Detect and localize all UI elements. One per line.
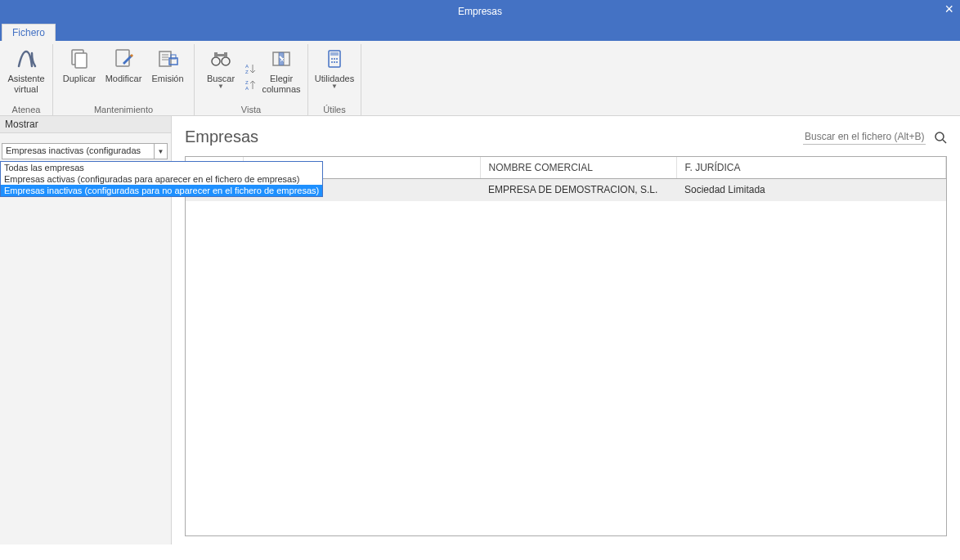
cell-juridica: Sociedad Limitada xyxy=(676,179,946,201)
tab-fichero[interactable]: Fichero xyxy=(2,24,56,41)
svg-point-30 xyxy=(935,132,944,141)
sidebar: Mostrar Empresas inactivas (configuradas… xyxy=(0,116,172,544)
svg-text:A: A xyxy=(245,64,249,69)
duplicar-button[interactable]: Duplicar xyxy=(58,44,101,104)
emision-label: Emisión xyxy=(151,74,183,84)
page-title: Empresas xyxy=(185,128,258,146)
svg-text:Z: Z xyxy=(245,69,249,74)
group-mant-label: Mantenimiento xyxy=(58,104,189,115)
svg-rect-12 xyxy=(224,52,227,57)
group-mantenimiento: Duplicar Modificar Emisión Mantenimiento xyxy=(53,44,195,115)
svg-rect-11 xyxy=(214,52,218,57)
chevron-down-icon[interactable]: ▼ xyxy=(154,144,167,159)
svg-point-25 xyxy=(334,58,335,60)
svg-point-28 xyxy=(334,61,335,63)
sort-stack: AZ ZA xyxy=(244,49,258,104)
emision-icon xyxy=(155,46,181,72)
sort-desc-button[interactable]: ZA xyxy=(244,78,258,92)
modificar-button[interactable]: Modificar xyxy=(102,44,145,104)
close-icon[interactable]: × xyxy=(944,0,953,18)
asistente-virtual-button[interactable]: Asistente virtual xyxy=(5,44,47,104)
svg-point-10 xyxy=(222,57,230,65)
sort-asc-button[interactable]: AZ xyxy=(244,61,258,76)
emision-button[interactable]: Emisión xyxy=(146,44,189,104)
filter-option-active[interactable]: Empresas activas (configuradas para apar… xyxy=(1,173,322,185)
filter-combo[interactable]: Empresas inactivas (configuradas ▼ xyxy=(2,143,168,159)
filter-option-inactive[interactable]: Empresas inactivas (configuradas para no… xyxy=(1,185,322,196)
cell-comercial: EMPRESA DE DEMOSTRACION, S.L. xyxy=(480,179,676,201)
titlebar: Empresas × xyxy=(0,0,960,23)
svg-rect-13 xyxy=(218,54,224,56)
elegir-label: Elegir columnas xyxy=(262,74,301,95)
search-input[interactable] xyxy=(803,129,926,145)
svg-point-24 xyxy=(331,58,333,60)
asistente-label: Asistente virtual xyxy=(7,74,46,95)
data-grid[interactable]: CÓDIGO NOMBRE NOMBRE COMERCIAL F. JURÍDI… xyxy=(185,156,947,536)
window-title: Empresas xyxy=(458,6,502,17)
group-atenea: Asistente virtual Atenea xyxy=(0,44,53,115)
tabstrip: Fichero xyxy=(0,23,960,41)
duplicar-label: Duplicar xyxy=(63,74,96,84)
edit-icon xyxy=(110,46,137,72)
body: Mostrar Empresas inactivas (configuradas… xyxy=(0,116,960,544)
duplicate-icon xyxy=(66,46,92,72)
binoculars-icon xyxy=(208,46,234,72)
elegir-columnas-button[interactable]: Elegir columnas xyxy=(260,44,303,104)
svg-point-26 xyxy=(336,58,338,60)
col-juridica[interactable]: F. JURÍDICA xyxy=(676,157,946,179)
chevron-down-icon: ▼ xyxy=(218,83,224,90)
alpha-icon xyxy=(13,46,39,72)
svg-point-27 xyxy=(331,61,333,63)
chevron-down-icon: ▼ xyxy=(331,83,338,90)
svg-rect-23 xyxy=(330,52,339,56)
columns-icon xyxy=(268,46,294,72)
search-icon[interactable] xyxy=(934,131,947,144)
col-comercial[interactable]: NOMBRE COMERCIAL xyxy=(480,157,676,179)
group-atenea-label: Atenea xyxy=(5,104,47,115)
svg-line-31 xyxy=(943,140,946,143)
calculator-icon xyxy=(321,46,348,72)
group-vista: Buscar ▼ AZ ZA Elegir columnas Vista xyxy=(195,44,308,115)
utilidades-button[interactable]: Utilidades ▼ xyxy=(313,44,356,104)
ribbon: Asistente virtual Atenea Duplicar Modifi… xyxy=(0,41,960,116)
svg-text:Z: Z xyxy=(245,80,249,85)
group-vista-label: Vista xyxy=(200,104,303,115)
svg-point-9 xyxy=(212,57,220,65)
svg-point-29 xyxy=(336,61,338,63)
group-utiles: Utilidades ▼ Útiles xyxy=(308,44,361,115)
filter-combo-text: Empresas inactivas (configuradas xyxy=(2,144,154,159)
buscar-button[interactable]: Buscar ▼ xyxy=(200,44,242,104)
svg-text:A: A xyxy=(245,86,249,91)
group-utiles-label: Útiles xyxy=(313,104,356,115)
modificar-label: Modificar xyxy=(105,74,142,84)
svg-rect-1 xyxy=(75,53,87,68)
filter-option-all[interactable]: Todas las empresas xyxy=(1,162,322,173)
sidebar-header: Mostrar xyxy=(0,116,171,133)
filter-dropdown[interactable]: Todas las empresas Empresas activas (con… xyxy=(0,161,323,197)
svg-rect-2 xyxy=(116,50,129,66)
